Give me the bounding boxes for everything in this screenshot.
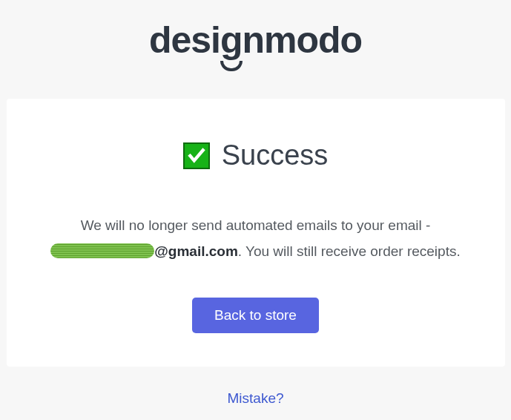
brand-logo: designmodo: [149, 19, 362, 62]
message-prefix: We will no longer send automated emails …: [81, 217, 431, 233]
heading-row: Success: [36, 140, 475, 171]
check-icon: [183, 142, 210, 169]
back-to-store-button[interactable]: Back to store: [192, 298, 319, 333]
mistake-link[interactable]: Mistake?: [227, 390, 283, 407]
message-suffix: . You will still receive order receipts.: [238, 243, 461, 259]
logo-text-part1: desi: [149, 19, 220, 62]
success-heading: Success: [222, 140, 329, 171]
logo-text-part2: nmodo: [242, 19, 362, 62]
redacted-email-local: [50, 243, 154, 258]
success-message: We will no longer send automated emails …: [36, 212, 475, 264]
success-card: Success We will no longer send automated…: [7, 99, 505, 367]
email-domain: @gmail.com: [154, 243, 238, 259]
logo-g-char: g: [220, 19, 243, 62]
